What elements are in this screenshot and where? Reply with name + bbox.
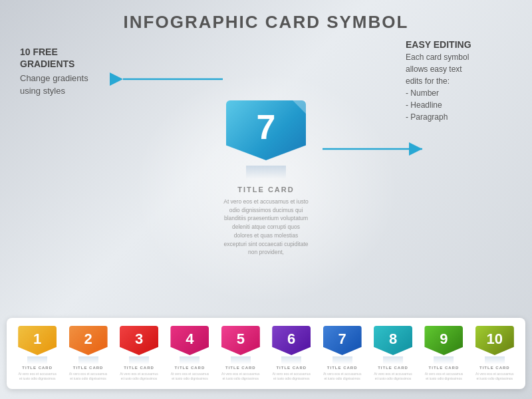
strip-title-2: TITLE CARD: [73, 366, 104, 370]
strip-para-4: At vero eos et accusamus et iusto odio d…: [170, 372, 209, 381]
strip-shadow-3: [129, 356, 149, 364]
center-card-paragraph: At vero eos et accusamus et iusto odio d…: [223, 198, 309, 257]
strip-symbol-6: 6: [272, 326, 311, 360]
strip-title-1: TITLE CARD: [22, 366, 53, 370]
easy-editing-body: Each card symbolallows easy textedits fo…: [406, 51, 512, 123]
strip-body-6: 6: [272, 326, 311, 355]
strip-body-10: 10: [475, 326, 514, 355]
strip-para-1: At vero eos et accusamus et iusto odio d…: [18, 372, 57, 381]
strip-para-8: At vero eos et accusamus et iusto odio d…: [374, 372, 412, 381]
strip-symbol-9: 9: [424, 326, 463, 360]
strip-shadow-4: [180, 356, 200, 364]
easy-editing-heading: EASY EDITING: [406, 39, 512, 50]
strip-card-10: 10 TITLE CARD At vero eos et accusamus e…: [471, 326, 519, 381]
strip-card-8: 8 TITLE CARD At vero eos et accusamus et…: [369, 326, 417, 381]
strip-symbol-2: 2: [69, 326, 108, 360]
strip-num-7: 7: [338, 331, 346, 348]
strip-card-5: 5 TITLE CARD At vero eos et accusamus et…: [217, 326, 265, 381]
strip-symbol-5: 5: [221, 326, 260, 360]
strip-title-7: TITLE CARD: [327, 366, 358, 370]
strip-num-6: 6: [287, 331, 295, 348]
strip-symbol-1: 1: [18, 326, 57, 360]
strip-shadow-5: [231, 356, 251, 364]
strip-para-2: At vero eos et accusamus et iusto odio d…: [69, 372, 108, 381]
strip-num-4: 4: [186, 331, 194, 348]
strip-title-9: TITLE CARD: [429, 366, 460, 370]
strip-body-7: 7: [323, 326, 362, 355]
strip-body-2: 2: [69, 326, 108, 355]
strip-num-9: 9: [440, 331, 448, 348]
strip-shadow-8: [383, 356, 403, 364]
strip-body-4: 4: [170, 326, 209, 355]
arrow-right: [319, 139, 426, 162]
center-card-number: 7: [257, 107, 276, 147]
bottom-strip: 1 TITLE CARD At vero eos et accusamus et…: [7, 318, 525, 389]
strip-body-8: 8: [374, 326, 412, 355]
strip-card-2: 2 TITLE CARD At vero eos et accusamus et…: [64, 326, 112, 381]
strip-card-1: 1 TITLE CARD At vero eos et accusamus et…: [13, 326, 61, 381]
strip-para-9: At vero eos et accusamus et iusto odio d…: [424, 372, 463, 381]
strip-title-3: TITLE CARD: [124, 366, 154, 370]
strip-card-4: 4 TITLE CARD At vero eos et accusamus et…: [166, 326, 213, 381]
strip-num-3: 3: [135, 331, 143, 348]
gradients-heading: 10 FREEGRADIENTS: [20, 46, 88, 70]
card-fold: [293, 100, 306, 114]
arrow-left: [120, 69, 226, 92]
strip-shadow-1: [27, 356, 47, 364]
strip-num-8: 8: [389, 331, 397, 348]
strip-para-10: At vero eos et accusamus et iusto odio d…: [475, 372, 514, 381]
center-card-body: 7: [226, 100, 306, 160]
strip-symbol-10: 10: [475, 326, 514, 360]
strip-num-10: 10: [487, 331, 503, 348]
strip-num-5: 5: [237, 331, 245, 348]
strip-card-9: 9 TITLE CARD At vero eos et accusamus et…: [420, 326, 467, 381]
arrow-right-svg: [319, 139, 426, 159]
top-section: 10 FREEGRADIENTS Change gradientsusing s…: [0, 33, 532, 318]
center-area: 7 TITLE CARD At vero eos et accusamus et…: [223, 100, 309, 257]
strip-symbol-3: 3: [120, 326, 158, 360]
center-card-shadow: [246, 166, 286, 179]
gradients-body: Change gradientsusing styles: [20, 72, 88, 96]
strip-body-1: 1: [18, 326, 57, 355]
strip-card-6: 6 TITLE CARD At vero eos et accusamus et…: [267, 326, 315, 381]
strip-card-3: 3 TITLE CARD At vero eos et accusamus et…: [115, 326, 163, 381]
strip-symbol-8: 8: [374, 326, 412, 360]
strip-title-10: TITLE CARD: [479, 366, 510, 370]
strip-shadow-6: [281, 356, 301, 364]
arrow-left-svg: [120, 69, 226, 89]
strip-title-6: TITLE CARD: [276, 366, 307, 370]
main-container: INFOGRAPHIC CARD SYMBOL 10 FREEGRADIENTS…: [0, 0, 532, 399]
strip-para-7: At vero eos et accusamus et iusto odio d…: [323, 372, 362, 381]
strip-shadow-10: [485, 356, 505, 364]
page-title: INFOGRAPHIC CARD SYMBOL: [124, 12, 409, 33]
strip-para-3: At vero eos et accusamus et iusto odio d…: [120, 372, 158, 381]
left-annotation: 10 FREEGRADIENTS Change gradientsusing s…: [20, 46, 88, 97]
right-annotation: EASY EDITING Each card symbolallows easy…: [406, 39, 512, 123]
strip-para-5: At vero eos et accusamus et iusto odio d…: [221, 372, 260, 381]
strip-symbol-4: 4: [170, 326, 209, 360]
strip-shadow-2: [78, 356, 98, 364]
strip-shadow-9: [434, 356, 454, 364]
strip-shadow-7: [332, 356, 352, 364]
strip-num-1: 1: [33, 331, 41, 348]
strip-body-3: 3: [120, 326, 158, 355]
strip-para-6: At vero eos et accusamus et iusto odio d…: [272, 372, 311, 381]
strip-title-4: TITLE CARD: [175, 366, 205, 370]
center-card-symbol: 7: [226, 100, 306, 174]
center-card-title: TITLE CARD: [237, 186, 294, 194]
strip-title-5: TITLE CARD: [225, 366, 256, 370]
strip-num-2: 2: [84, 331, 92, 348]
strip-body-5: 5: [221, 326, 260, 355]
strip-title-8: TITLE CARD: [378, 366, 408, 370]
strip-body-9: 9: [424, 326, 463, 355]
strip-card-7: 7 TITLE CARD At vero eos et accusamus et…: [318, 326, 366, 381]
strip-symbol-7: 7: [323, 326, 362, 360]
